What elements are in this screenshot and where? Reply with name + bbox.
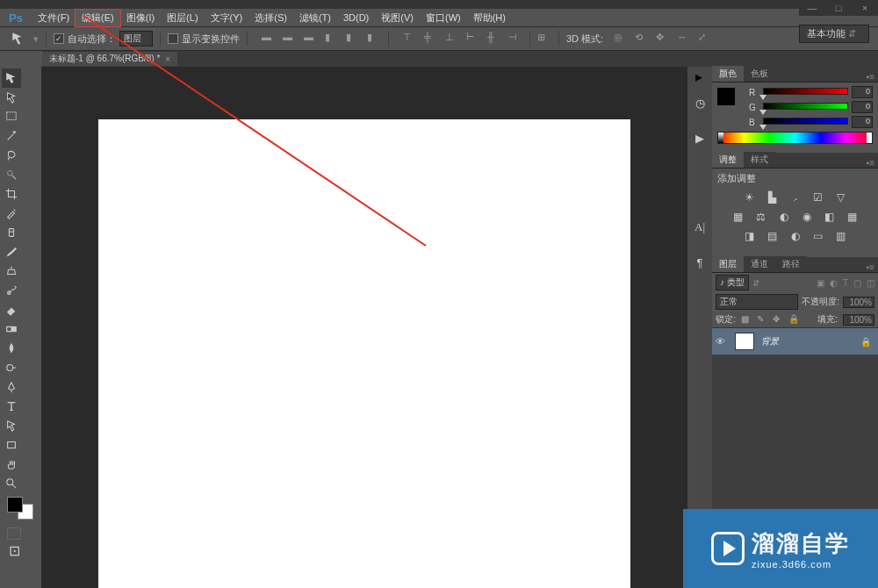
- blend-mode-dropdown[interactable]: 正常: [716, 294, 798, 310]
- brush-tool[interactable]: [2, 242, 21, 262]
- document-tab[interactable]: 未标题-1 @ 66.7%(RGB/8) * ×: [42, 52, 177, 66]
- clone-stamp-tool[interactable]: [2, 262, 21, 281]
- dist-right-icon[interactable]: ⊣: [508, 32, 522, 46]
- active-tool-icon[interactable]: [11, 31, 26, 47]
- filter-pixel-icon[interactable]: ▣: [817, 278, 824, 288]
- history-icon[interactable]: ◷: [692, 95, 708, 111]
- menu-file[interactable]: 文件(F): [32, 10, 76, 26]
- layer-row[interactable]: 👁 背景 🔒: [712, 328, 878, 355]
- dist-bottom-icon[interactable]: ⊥: [445, 32, 459, 46]
- quickmask-icon[interactable]: [7, 527, 21, 540]
- menu-3d[interactable]: 3D(D): [337, 11, 375, 25]
- adj-hue-icon[interactable]: ▦: [731, 210, 745, 224]
- auto-align-icon[interactable]: ⊞: [537, 32, 551, 46]
- win-minimize[interactable]: —: [799, 0, 825, 16]
- tab-swatches[interactable]: 色板: [744, 66, 775, 82]
- color-swatch[interactable]: [7, 497, 33, 520]
- menu-edit[interactable]: 编辑(E): [76, 10, 120, 26]
- fg-color-swatch[interactable]: [7, 497, 23, 513]
- tab-color[interactable]: 颜色: [712, 66, 744, 82]
- panel-menu-icon[interactable]: ▪≡: [863, 72, 878, 82]
- blur-tool[interactable]: [2, 339, 21, 358]
- win-maximize[interactable]: □: [825, 0, 852, 16]
- align-vcenter-icon[interactable]: ▬: [283, 32, 297, 46]
- win-close[interactable]: ×: [852, 0, 878, 16]
- artboard-tool[interactable]: [2, 88, 21, 107]
- b-value[interactable]: 0: [852, 116, 873, 128]
- adj-gradmap-icon[interactable]: ▭: [811, 229, 825, 243]
- tab-adjustments[interactable]: 调整: [712, 152, 744, 168]
- layer-name[interactable]: 背景: [761, 335, 853, 348]
- 3d-pan-icon[interactable]: ✥: [656, 32, 670, 46]
- align-right-icon[interactable]: ▮: [367, 32, 381, 46]
- adj-levels-icon[interactable]: ▙: [766, 190, 780, 204]
- screenmode-icon[interactable]: ⊡: [7, 542, 21, 555]
- show-transform-checkbox[interactable]: [168, 33, 178, 44]
- filter-type-icon[interactable]: T: [843, 278, 848, 288]
- menu-help[interactable]: 帮助(H): [467, 10, 512, 26]
- dist-top-icon[interactable]: ⊤: [403, 32, 417, 46]
- marquee-tool[interactable]: [2, 107, 21, 126]
- rectangle-tool[interactable]: [2, 435, 21, 455]
- filter-adjust-icon[interactable]: ◐: [830, 278, 838, 288]
- magic-wand-tool[interactable]: [2, 126, 21, 146]
- r-value[interactable]: 0: [852, 86, 873, 98]
- layer-filter-kind[interactable]: ♪ 类型: [716, 275, 749, 290]
- adj-photofilter-icon[interactable]: ◉: [800, 210, 814, 224]
- paragraph-icon[interactable]: ¶: [692, 255, 708, 270]
- dist-left-icon[interactable]: ⊢: [466, 32, 480, 46]
- dist-vcenter-icon[interactable]: ╪: [424, 32, 438, 46]
- gradient-tool[interactable]: [2, 319, 21, 339]
- canvas-area[interactable]: [42, 67, 687, 588]
- lock-transparency-icon[interactable]: ▦: [741, 314, 752, 325]
- adj-balance-icon[interactable]: ⚖: [754, 210, 768, 224]
- path-select-tool[interactable]: [2, 416, 21, 435]
- panel-menu-icon[interactable]: ▪≡: [863, 158, 878, 168]
- filter-smart-icon[interactable]: ◫: [867, 278, 874, 288]
- adj-lookup-icon[interactable]: ▦: [846, 210, 860, 224]
- layer-thumbnail[interactable]: [735, 333, 754, 350]
- adj-selective-icon[interactable]: ▥: [834, 229, 848, 243]
- adj-curves-icon[interactable]: ⦧: [788, 190, 802, 204]
- adj-brightness-icon[interactable]: ☀: [743, 190, 757, 204]
- 3d-roll-icon[interactable]: ⟲: [635, 32, 649, 46]
- menu-select[interactable]: 选择(S): [248, 10, 293, 26]
- eyedropper-tool[interactable]: [2, 204, 21, 223]
- filter-shape-icon[interactable]: ▢: [853, 278, 861, 288]
- menu-image[interactable]: 图像(I): [120, 10, 161, 26]
- b-slider[interactable]: [763, 118, 848, 126]
- type-tool[interactable]: [2, 397, 21, 416]
- auto-select-checkbox[interactable]: ✓: [54, 33, 64, 44]
- adj-bw-icon[interactable]: ◐: [777, 210, 791, 224]
- menu-window[interactable]: 窗口(W): [420, 10, 467, 26]
- hand-tool[interactable]: [2, 455, 21, 474]
- adj-threshold-icon[interactable]: ◐: [788, 229, 802, 243]
- opacity-value[interactable]: 100%: [843, 297, 874, 308]
- 3d-orbit-icon[interactable]: ◎: [614, 32, 628, 46]
- g-slider[interactable]: [763, 103, 848, 111]
- align-top-icon[interactable]: ▬: [262, 32, 276, 46]
- tab-styles[interactable]: 样式: [744, 152, 775, 168]
- r-slider[interactable]: [763, 88, 848, 97]
- g-value[interactable]: 0: [852, 101, 873, 113]
- panel-menu-icon[interactable]: ▪≡: [863, 262, 878, 272]
- history-brush-tool[interactable]: [2, 281, 21, 300]
- lasso-tool[interactable]: [2, 146, 21, 165]
- dodge-tool[interactable]: [2, 358, 21, 377]
- spectrum-bar[interactable]: [717, 132, 873, 144]
- canvas[interactable]: [98, 119, 630, 588]
- visibility-icon[interactable]: 👁: [716, 336, 728, 347]
- align-hcenter-icon[interactable]: ▮: [346, 32, 360, 46]
- dist-hcenter-icon[interactable]: ╫: [487, 32, 501, 46]
- quick-select-tool[interactable]: [2, 165, 21, 184]
- align-bottom-icon[interactable]: ▬: [304, 32, 318, 46]
- 3d-scale-icon[interactable]: ⤢: [698, 32, 712, 46]
- workspace-dropdown[interactable]: 基本功能 ⇵: [799, 25, 869, 43]
- adj-posterize-icon[interactable]: ▤: [766, 229, 780, 243]
- color-panel-swatch[interactable]: [717, 88, 735, 105]
- tab-paths[interactable]: 路径: [775, 256, 807, 272]
- tab-channels[interactable]: 通道: [744, 256, 775, 272]
- adj-vibrance-icon[interactable]: ▽: [834, 190, 848, 204]
- lock-all-icon[interactable]: 🔒: [788, 314, 799, 325]
- adj-invert-icon[interactable]: ◨: [743, 229, 757, 243]
